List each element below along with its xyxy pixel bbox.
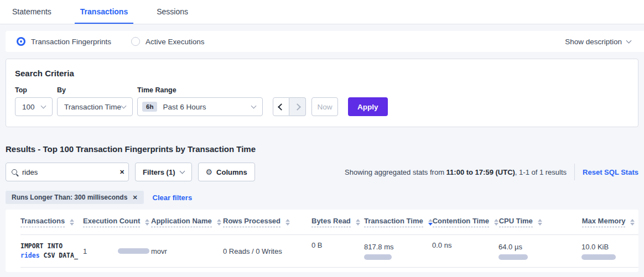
column-header-bytes-read[interactable]: Bytes Read [311, 217, 364, 227]
tab-sessions[interactable]: Sessions [151, 1, 194, 24]
show-description-label: Show description [565, 38, 622, 46]
vertical-divider [574, 164, 575, 180]
column-header-execution-count[interactable]: Execution Count [83, 217, 151, 227]
sort-icon [70, 219, 74, 226]
columns-button[interactable]: ⚙ Columns [198, 163, 255, 181]
top-label: Top [15, 86, 53, 94]
bytes-read-cell: 0 B [311, 235, 364, 249]
sort-icon [630, 219, 635, 226]
radio-label: Transaction Fingerprints [31, 38, 111, 46]
search-icon [12, 169, 17, 175]
results-controls: ✕ Filters (1) ⚙ Columns Showing aggregat… [6, 163, 638, 181]
tab-bar: Statements Transactions Sessions [0, 0, 644, 24]
column-header-transactions[interactable]: Transactions [20, 217, 83, 227]
max-memory-bar [581, 254, 616, 260]
top-select-value: 100 [22, 103, 35, 111]
time-range-field: Time Range 6h Past 6 Hours [137, 86, 263, 116]
chevron-down-icon [626, 38, 632, 43]
sort-icon [145, 219, 149, 226]
transactions-page: Statements Transactions Sessions Transac… [0, 0, 644, 272]
chevron-down-icon [251, 103, 257, 108]
max-memory-value: 10.0 KiB [581, 243, 638, 251]
view-toggle-bar: Transaction Fingerprints Active Executio… [6, 31, 644, 52]
column-header-transaction-time[interactable]: Transaction Time [364, 217, 433, 227]
column-header-cpu-time[interactable]: CPU Time [499, 217, 582, 227]
now-button[interactable]: Now [311, 97, 338, 116]
time-range-value: Past 6 Hours [163, 103, 206, 111]
execution-count-value: 1 [83, 247, 87, 255]
by-field: By Transaction Time [57, 86, 133, 116]
tab-statements[interactable]: Statements [7, 1, 57, 24]
remove-filter-icon[interactable]: ✕ [132, 194, 137, 201]
sort-icon [217, 219, 221, 226]
by-select-value: Transaction Time [64, 103, 121, 111]
results-heading: Results - Top 100 Transaction Fingerprin… [6, 144, 638, 154]
transaction-time-cell: 817.8 ms [364, 243, 432, 260]
filter-pill[interactable]: Runs Longer Than: 300 milliseconds ✕ [6, 191, 144, 204]
sort-icon [285, 219, 290, 226]
filters-button-label: Filters (1) [143, 168, 175, 176]
cpu-time-cell: 64.0 µs [498, 243, 581, 260]
tab-transactions[interactable]: Transactions [75, 1, 133, 24]
stats-prefix: Showing aggregated stats from [345, 168, 446, 176]
transaction-time-value: 817.8 ms [364, 243, 432, 251]
radio-selected-icon [17, 37, 25, 46]
time-range-label: Time Range [137, 86, 263, 94]
cpu-time-bar [498, 254, 528, 260]
sort-icon [494, 219, 498, 226]
chevron-right-icon [294, 103, 301, 111]
results-search-box: ✕ [6, 163, 129, 181]
chevron-down-icon [179, 168, 185, 174]
next-range-button[interactable] [289, 97, 306, 116]
active-filters-row: Runs Longer Than: 300 milliseconds ✕ Cle… [6, 191, 638, 204]
transaction-fingerprint-link[interactable]: IMPORT INTO rides CSV DATA_ [20, 242, 83, 260]
time-range-badge: 6h [142, 102, 157, 112]
clear-search-icon[interactable]: ✕ [120, 169, 124, 176]
sql-line-2: rides CSV DATA_ [20, 251, 83, 260]
gear-icon: ⚙ [206, 168, 213, 176]
time-range-select[interactable]: 6h Past 6 Hours [137, 97, 263, 116]
column-header-application-name[interactable]: Application Name [151, 217, 223, 227]
top-field: Top 100 [15, 86, 53, 116]
search-criteria-card: Search Criteria Top 100 By Transaction T… [6, 59, 638, 127]
column-header-max-memory[interactable]: Max Memory [582, 217, 638, 227]
radio-active-executions[interactable]: Active Executions [131, 37, 205, 46]
top-select[interactable]: 100 [15, 97, 53, 116]
cpu-time-value: 64.0 µs [498, 243, 581, 251]
time-range-nav [273, 97, 306, 116]
search-input[interactable] [22, 168, 120, 176]
radio-transaction-fingerprints[interactable]: Transaction Fingerprints [17, 37, 111, 46]
aggregated-stats-text: Showing aggregated stats from 11:00 to 1… [345, 168, 567, 176]
clear-filters-link[interactable]: Clear filters [153, 194, 193, 202]
by-label: By [57, 86, 133, 94]
stats-time-range: 11:00 to 17:59 (UTC) [446, 168, 515, 176]
execution-count-bar [118, 248, 149, 254]
stats-suffix: , 1-1 of 1 results [515, 168, 567, 176]
search-criteria-controls: Top 100 By Transaction Time Time Range 6… [15, 86, 629, 116]
chevron-down-icon [121, 103, 127, 108]
filter-pill-label: Runs Longer Than: 300 milliseconds [12, 194, 127, 201]
show-description-toggle[interactable]: Show description [565, 38, 631, 46]
sort-icon-active-desc [428, 219, 433, 226]
contention-time-cell: 0.0 ns [432, 235, 498, 249]
sort-icon [356, 219, 360, 226]
reset-sql-stats-link[interactable]: Reset SQL Stats [583, 168, 638, 176]
columns-button-label: Columns [216, 168, 247, 176]
filters-button[interactable]: Filters (1) [135, 163, 192, 181]
apply-button[interactable]: Apply [348, 97, 388, 116]
column-header-contention-time[interactable]: Contention Time [433, 217, 499, 227]
column-header-rows-processed[interactable]: Rows Processed [223, 217, 311, 227]
by-select[interactable]: Transaction Time [57, 97, 133, 116]
results-table: Transactions Execution Count Application… [6, 210, 638, 272]
table-row: IMPORT INTO rides CSV DATA_ 1 movr 0 Rea… [20, 235, 638, 268]
sql-line-1: IMPORT INTO [20, 242, 83, 251]
radio-label: Active Executions [146, 38, 205, 46]
application-name-cell: movr [151, 247, 223, 255]
transaction-time-bar [364, 254, 392, 260]
max-memory-cell: 10.0 KiB [581, 243, 638, 260]
chevron-left-icon [278, 103, 285, 111]
chevron-down-icon [41, 103, 46, 108]
previous-range-button[interactable] [273, 97, 289, 116]
sort-icon [538, 219, 542, 226]
table-header-row: Transactions Execution Count Application… [20, 210, 638, 235]
